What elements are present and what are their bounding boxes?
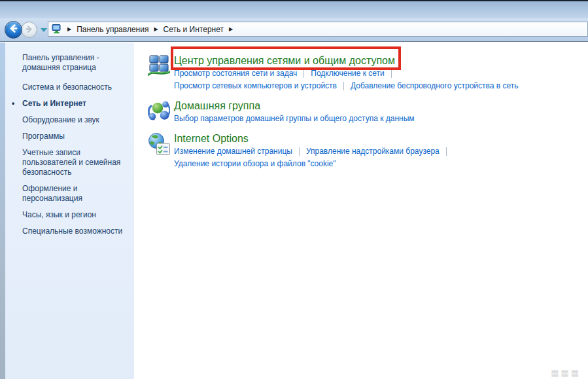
task-link-row: Просмотр сетевых компьютеров и устройств… (174, 81, 519, 91)
breadcrumb-arrow-icon[interactable]: ▶ (154, 26, 158, 32)
homegroup-icon (148, 99, 174, 126)
task-link-row: Просмотр состояния сети и задач Подключе… (174, 69, 519, 79)
section-body: Internet Options Изменение домашней стра… (174, 132, 453, 171)
breadcrumb-arrow-icon[interactable]: ▶ (67, 26, 71, 32)
link-separator (303, 69, 304, 78)
link-connect-to-network[interactable]: Подключение к сети (311, 69, 384, 79)
back-button[interactable] (5, 21, 22, 39)
sidebar-item-user-accounts[interactable]: Учетные записи пользователей и семейная … (22, 148, 129, 177)
sidebar-item-appearance[interactable]: Оформление и персонализация (22, 184, 129, 204)
forward-button[interactable] (21, 22, 37, 38)
control-panel-icon (51, 24, 62, 35)
link-internet-options[interactable]: Internet Options (174, 132, 453, 145)
sidebar-item-programs[interactable]: Программы (22, 132, 129, 141)
section-internet-options: Internet Options Изменение домашней стра… (148, 132, 588, 171)
link-add-wireless-device[interactable]: Добавление беспроводного устройства в се… (351, 81, 519, 91)
internet-options-icon (148, 132, 174, 171)
breadcrumb-arrow-icon[interactable]: ▶ (229, 26, 233, 32)
sidebar-item-hardware-sound[interactable]: Оборудование и звук (22, 115, 129, 125)
active-bullet-icon: • (12, 99, 14, 109)
forward-arrow-icon (25, 24, 33, 36)
section-body: Центр управления сетями и общим доступом… (174, 54, 519, 94)
sidebar-item-control-panel-home[interactable]: Панель управления - домашняя страница (22, 53, 129, 73)
sidebar-item-network-internet[interactable]: • Сеть и Интернет (22, 99, 129, 109)
breadcrumb-control-panel[interactable]: Панель управления (77, 25, 148, 34)
task-link-row: Выбор параметров домашней группы и общег… (174, 114, 415, 124)
link-separator (391, 69, 392, 78)
sidebar-item-ease-of-access[interactable]: Специальные возможности (22, 226, 129, 236)
link-delete-browsing-history[interactable]: Удаление истории обзора и файлов "cookie… (174, 159, 336, 169)
link-choose-homegroup-options[interactable]: Выбор параметров домашней группы и общег… (174, 114, 415, 124)
section-network-sharing-center: Центр управления сетями и общим доступом… (148, 54, 588, 94)
section-body: Домашняя группа Выбор параметров домашне… (174, 99, 415, 126)
link-homegroup[interactable]: Домашняя группа (174, 99, 415, 113)
section-homegroup: Домашняя группа Выбор параметров домашне… (148, 99, 588, 126)
task-link-row: Изменение домашней страницы Управление н… (174, 147, 453, 156)
task-link-row: Удаление истории обзора и файлов "cookie… (174, 159, 453, 169)
watermark-dots: ▦▦▦ (551, 368, 581, 378)
sidebar-item-label: Сеть и Интернет (22, 99, 86, 108)
link-change-homepage[interactable]: Изменение домашней страницы (174, 147, 292, 156)
link-view-network-computers[interactable]: Просмотр сетевых компьютеров и устройств (174, 81, 337, 91)
back-arrow-icon (9, 24, 18, 36)
link-separator (446, 147, 447, 156)
link-separator (299, 147, 300, 156)
address-bar[interactable]: ▶ Панель управления ▶ Сеть и Интернет ▶ (48, 22, 588, 37)
network-icon (148, 54, 174, 94)
link-view-network-status[interactable]: Просмотр состояния сети и задач (174, 69, 297, 79)
main-content: Центр управления сетями и общим доступом… (134, 43, 588, 379)
link-separator (343, 82, 344, 90)
sidebar-item-system-security[interactable]: Система и безопасность (22, 82, 129, 92)
recent-pages-dropdown-icon[interactable] (41, 28, 47, 32)
link-manage-browser-addons[interactable]: Управление надстройками браузера (306, 147, 440, 156)
link-network-sharing-center[interactable]: Центр управления сетями и общим доступом (174, 54, 519, 67)
window-titlebar (0, 1, 588, 18)
breadcrumb-network-internet[interactable]: Сеть и Интернет (164, 25, 224, 34)
sidebar: Панель управления - домашняя страница Си… (5, 43, 134, 379)
sidebar-item-clock-language[interactable]: Часы, язык и регион (22, 210, 129, 220)
window-left-frame (0, 43, 5, 379)
navigation-bar: ▶ Панель управления ▶ Сеть и Интернет ▶ (0, 18, 588, 42)
control-panel-window: ▶ Панель управления ▶ Сеть и Интернет ▶ … (0, 0, 588, 379)
